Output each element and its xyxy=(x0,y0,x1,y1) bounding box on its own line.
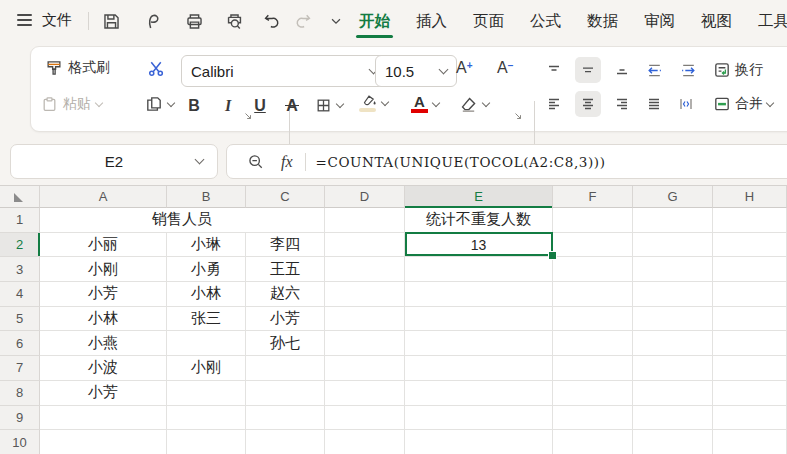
format-painter-button[interactable]: 格式刷 xyxy=(45,59,110,77)
cell-A6[interactable]: 小燕 xyxy=(40,331,167,356)
cell-H5[interactable] xyxy=(713,307,787,332)
cell-F2[interactable] xyxy=(553,233,633,258)
row-header-10[interactable]: 10 xyxy=(0,430,40,454)
tab-tools[interactable]: 工具 xyxy=(745,0,787,42)
cell-E9[interactable] xyxy=(405,406,553,431)
cell-A10[interactable] xyxy=(40,430,167,454)
hamburger-menu-icon[interactable] xyxy=(17,14,32,26)
cell-G9[interactable] xyxy=(633,406,713,431)
name-box[interactable]: E2 xyxy=(10,144,218,179)
merged-cell-A1-C1[interactable]: 销售人员 xyxy=(40,208,325,233)
cell-B7[interactable]: 小刚 xyxy=(167,356,246,381)
cell-D2[interactable] xyxy=(325,233,405,258)
cell-E4[interactable] xyxy=(405,282,553,307)
print-preview-icon[interactable] xyxy=(222,9,246,33)
cell-A8[interactable]: 小芳 xyxy=(40,381,167,406)
cell-D4[interactable] xyxy=(325,282,405,307)
align-middle-button[interactable] xyxy=(575,57,601,83)
increase-indent-button[interactable] xyxy=(675,57,701,83)
align-center-button[interactable] xyxy=(575,91,601,117)
column-header-F[interactable]: F xyxy=(553,186,633,208)
cell-B6[interactable] xyxy=(167,331,246,356)
cell-C4[interactable]: 赵六 xyxy=(246,282,325,307)
justify-button[interactable] xyxy=(641,91,667,117)
cell-F7[interactable] xyxy=(553,356,633,381)
zoom-out-formula-icon[interactable] xyxy=(247,153,265,171)
cell-C8[interactable] xyxy=(246,381,325,406)
strikethrough-button[interactable]: A xyxy=(279,93,305,119)
cell-F3[interactable] xyxy=(553,257,633,282)
cell-H8[interactable] xyxy=(713,381,787,406)
cell-A9[interactable] xyxy=(40,406,167,431)
row-header-4[interactable]: 4 xyxy=(0,282,40,307)
cell-H1[interactable] xyxy=(713,208,787,233)
redo-icon[interactable] xyxy=(292,9,316,33)
column-header-H[interactable]: H xyxy=(713,186,787,208)
fill-handle[interactable] xyxy=(548,251,557,260)
cell-F5[interactable] xyxy=(553,307,633,332)
cell-G2[interactable] xyxy=(633,233,713,258)
font-color-button[interactable]: A xyxy=(411,95,439,113)
cell-D1[interactable] xyxy=(325,208,405,233)
cell-G3[interactable] xyxy=(633,257,713,282)
row-header-8[interactable]: 8 xyxy=(0,381,40,406)
cell-B2[interactable]: 小琳 xyxy=(167,233,246,258)
column-header-G[interactable]: G xyxy=(633,186,713,208)
cell-D5[interactable] xyxy=(325,307,405,332)
cell-G1[interactable] xyxy=(633,208,713,233)
cell-E5[interactable] xyxy=(405,307,553,332)
cell-D9[interactable] xyxy=(325,406,405,431)
cell-G6[interactable] xyxy=(633,331,713,356)
cell-F6[interactable] xyxy=(553,331,633,356)
tab-review[interactable]: 审阅 xyxy=(631,0,688,42)
cell-G5[interactable] xyxy=(633,307,713,332)
cell-A2[interactable]: 小丽 xyxy=(40,233,167,258)
cell-H10[interactable] xyxy=(713,430,787,454)
bold-button[interactable]: B xyxy=(181,93,207,119)
borders-button[interactable] xyxy=(315,97,343,114)
paste-button[interactable]: 粘贴 xyxy=(41,95,102,113)
cell-C9[interactable] xyxy=(246,406,325,431)
cell-C2[interactable]: 李四 xyxy=(246,233,325,258)
row-header-6[interactable]: 6 xyxy=(0,331,40,356)
cell-D7[interactable] xyxy=(325,356,405,381)
tab-formulas[interactable]: 公式 xyxy=(517,0,574,42)
column-header-A[interactable]: A xyxy=(40,186,167,208)
row-header-3[interactable]: 3 xyxy=(0,257,40,282)
cell-A5[interactable]: 小林 xyxy=(40,307,167,332)
row-header-5[interactable]: 5 xyxy=(0,307,40,332)
cell-D8[interactable] xyxy=(325,381,405,406)
tab-view[interactable]: 视图 xyxy=(688,0,745,42)
cell-E3[interactable] xyxy=(405,257,553,282)
font-family-select[interactable]: Calibri xyxy=(181,55,387,87)
column-header-D[interactable]: D xyxy=(325,186,405,208)
copy-button[interactable] xyxy=(145,95,174,113)
cell-B9[interactable] xyxy=(167,406,246,431)
cell-B8[interactable] xyxy=(167,381,246,406)
cell-G7[interactable] xyxy=(633,356,713,381)
font-size-select[interactable]: 10.5 xyxy=(375,55,457,87)
cell-E10[interactable] xyxy=(405,430,553,454)
insert-function-icon[interactable]: fx xyxy=(281,153,293,171)
cell-D6[interactable] xyxy=(325,331,405,356)
cut-button[interactable] xyxy=(147,59,166,78)
tab-home[interactable]: 开始 xyxy=(346,0,403,42)
column-header-E[interactable]: E xyxy=(405,186,553,208)
cell-D10[interactable] xyxy=(325,430,405,454)
cell-H7[interactable] xyxy=(713,356,787,381)
cell-B5[interactable]: 张三 xyxy=(167,307,246,332)
cell-H3[interactable] xyxy=(713,257,787,282)
tab-data[interactable]: 数据 xyxy=(574,0,631,42)
cell-G4[interactable] xyxy=(633,282,713,307)
row-header-2[interactable]: 2 xyxy=(0,233,40,258)
clear-button[interactable] xyxy=(459,95,489,114)
cell-F4[interactable] xyxy=(553,282,633,307)
underline-button[interactable]: U xyxy=(247,93,273,119)
column-header-B[interactable]: B xyxy=(167,186,246,208)
font-dialog-launcher-icon[interactable] xyxy=(513,111,523,121)
row-header-9[interactable]: 9 xyxy=(0,406,40,431)
cell-G8[interactable] xyxy=(633,381,713,406)
cell-E8[interactable] xyxy=(405,381,553,406)
more-chevron-icon[interactable] xyxy=(324,9,348,33)
cell-C6[interactable]: 孙七 xyxy=(246,331,325,356)
